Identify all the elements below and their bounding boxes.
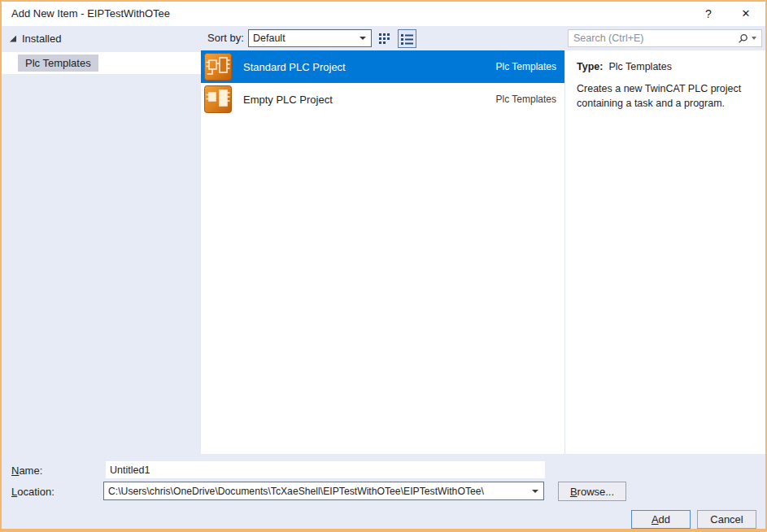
browse-button[interactable]: Browse... <box>558 482 626 501</box>
small-icons-view-button[interactable] <box>376 29 394 48</box>
type-value: Plc Templates <box>608 61 672 72</box>
details-panel: Type:Plc Templates Creates a new TwinCAT… <box>564 50 765 454</box>
search-input[interactable] <box>569 33 738 44</box>
small-icons-icon <box>379 33 391 44</box>
help-button[interactable]: ? <box>694 2 723 26</box>
search-icon[interactable] <box>738 33 748 44</box>
list-item-empty-plc-project[interactable]: Empty PLC Project Plc Templates <box>201 83 564 116</box>
tree-root-label: Installed <box>22 33 61 45</box>
name-label: Name: <box>11 464 42 477</box>
sidebar-item-plc-templates[interactable]: Plc Templates <box>2 52 201 74</box>
sort-by-dropdown[interactable]: Default <box>248 29 372 47</box>
template-description: Creates a new TwinCAT PLC project contai… <box>577 81 754 111</box>
close-icon: ✕ <box>742 7 751 20</box>
titlebar: Add New Item - EIPTestWithOTee ? ✕ <box>2 2 765 26</box>
location-label: Location: <box>11 486 54 498</box>
template-category: Plc Templates <box>496 61 556 72</box>
dialog-title: Add New Item - EIPTestWithOTee <box>11 2 170 26</box>
plc-project-icon <box>204 85 232 113</box>
template-name: Standard PLC Project <box>243 61 496 73</box>
template-category: Plc Templates <box>496 94 556 105</box>
list-item-standard-plc-project[interactable]: Standard PLC Project Plc Templates <box>201 50 564 83</box>
chevron-down-icon <box>532 490 538 493</box>
list-view-icon <box>401 33 414 45</box>
search-box[interactable] <box>568 29 762 47</box>
add-button[interactable]: Add <box>631 510 691 529</box>
cancel-button[interactable]: Cancel <box>697 510 756 529</box>
help-icon: ? <box>705 7 712 20</box>
list-view-button[interactable] <box>398 29 416 48</box>
template-list: Standard PLC Project Plc Templates Empt <box>201 50 564 454</box>
sort-by-value: Default <box>249 33 360 44</box>
location-value: C:\Users\chris\OneDrive\Documents\TcXaeS… <box>104 486 532 497</box>
template-name: Empty PLC Project <box>243 94 496 106</box>
type-label: Type: <box>577 61 603 72</box>
chevron-down-icon <box>360 37 366 40</box>
tree-expanded-icon <box>10 36 16 42</box>
name-input[interactable] <box>106 461 545 478</box>
location-dropdown[interactable]: C:\Users\chris\OneDrive\Documents\TcXaeS… <box>103 482 544 500</box>
sidebar-root-installed[interactable]: Installed <box>10 33 61 45</box>
add-new-item-dialog: Add New Item - EIPTestWithOTee ? ✕ Insta… <box>0 0 767 532</box>
close-button[interactable]: ✕ <box>731 2 760 26</box>
search-options-arrow-icon[interactable] <box>752 37 756 40</box>
sidebar-item-label: Plc Templates <box>18 55 98 72</box>
plc-project-icon <box>204 53 232 81</box>
sort-by-label: Sort by: <box>207 29 244 47</box>
